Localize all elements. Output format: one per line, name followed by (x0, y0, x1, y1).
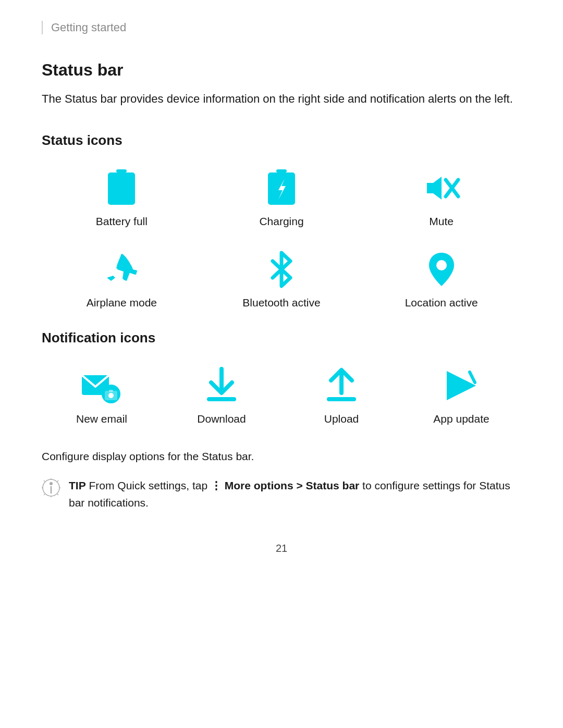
svg-point-21 (50, 482, 53, 485)
download-label: Download (197, 413, 246, 425)
new-email-icon (81, 365, 123, 406)
upload-label: Upload (324, 413, 359, 425)
list-item: Mute (361, 167, 521, 228)
list-item: Bluetooth active (202, 249, 362, 309)
app-update-label: App update (433, 413, 489, 425)
status-icons-title: Status icons (42, 132, 521, 149)
svg-line-30 (44, 480, 45, 482)
notification-icons-row: New email Download Upload (42, 365, 521, 425)
svg-rect-14 (109, 390, 113, 392)
svg-rect-2 (276, 169, 287, 172)
list-item: Location active (361, 249, 521, 309)
svg-point-13 (108, 393, 114, 398)
list-item: Battery full (42, 167, 202, 228)
page-number: 21 (42, 542, 521, 554)
location-active-label: Location active (405, 297, 478, 309)
charging-icon (261, 167, 302, 209)
svg-rect-1 (108, 172, 135, 205)
airplane-mode-icon (101, 249, 142, 290)
tip-middle: From Quick settings, tap (89, 479, 211, 491)
tip-text: TIP From Quick settings, tap ⋮ More opti… (69, 477, 521, 511)
battery-full-label: Battery full (96, 215, 148, 228)
list-item: New email (42, 365, 162, 425)
list-item: Upload (282, 365, 401, 425)
tip-bold-part: More options > Status bar (225, 479, 359, 491)
svg-line-28 (44, 494, 45, 495)
list-item: Airplane mode (42, 249, 202, 309)
status-icons-row1: Battery full Charging Mute (42, 167, 521, 228)
tip-dots-icon: ⋮ (211, 479, 222, 491)
tip-prefix: TIP (69, 479, 86, 491)
location-active-icon (421, 249, 462, 290)
airplane-mode-label: Airplane mode (87, 297, 157, 309)
svg-line-26 (57, 494, 58, 495)
mute-icon (421, 167, 462, 209)
charging-label: Charging (259, 215, 303, 228)
page-title: Status bar (42, 60, 521, 80)
notification-icons-title: Notification icons (42, 330, 521, 346)
section-description: The Status bar provides device informati… (42, 90, 521, 107)
list-item: App update (401, 365, 521, 425)
status-icons-row2: Airplane mode Bluetooth active Location … (42, 249, 521, 309)
svg-rect-0 (116, 169, 127, 172)
mute-label: Mute (429, 215, 454, 228)
configure-text: Configure display options for the Status… (42, 450, 521, 463)
tip-box: TIP From Quick settings, tap ⋮ More opti… (42, 477, 521, 511)
list-item: Charging (202, 167, 362, 228)
battery-full-icon (101, 167, 142, 209)
breadcrumb: Getting started (42, 21, 521, 34)
bluetooth-active-icon (261, 249, 302, 290)
svg-line-19 (470, 372, 475, 382)
tip-icon (42, 478, 60, 497)
list-item: Download (162, 365, 282, 425)
bluetooth-active-label: Bluetooth active (242, 297, 320, 309)
svg-point-9 (436, 260, 447, 270)
upload-icon (321, 365, 362, 406)
app-update-icon (440, 365, 482, 406)
new-email-label: New email (76, 413, 127, 425)
svg-marker-5 (427, 177, 442, 200)
svg-line-24 (57, 480, 58, 482)
download-icon (201, 365, 242, 406)
